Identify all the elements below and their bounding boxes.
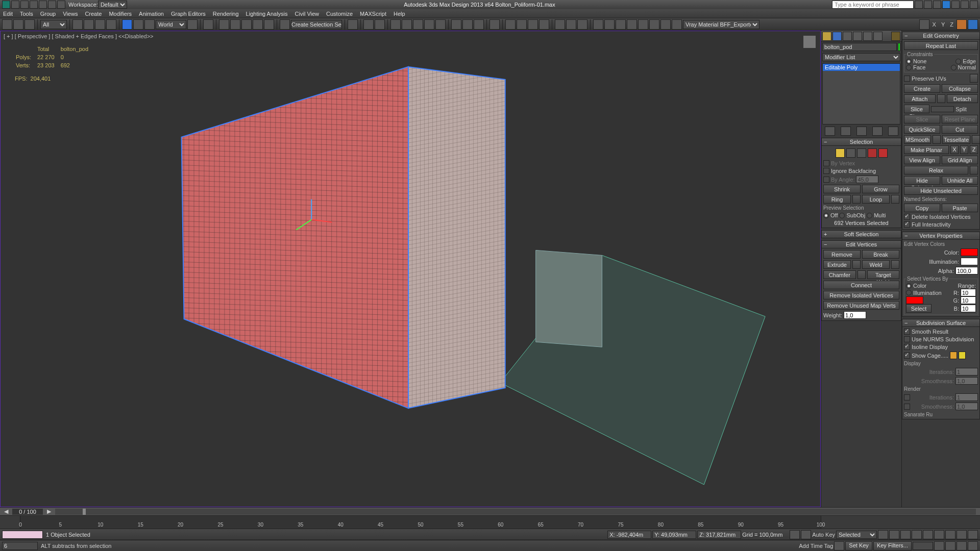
nav-region-zoom-icon[interactable] <box>957 541 967 550</box>
exchange-icon[interactable] <box>933 1 941 9</box>
schematic-view-icon[interactable] <box>424 19 434 30</box>
msmooth-button[interactable]: MSmooth <box>904 135 931 144</box>
tessellate-button[interactable]: Tessellate <box>942 135 970 144</box>
constraint-none-radio[interactable] <box>906 59 912 64</box>
goto-start-icon[interactable] <box>878 530 888 539</box>
full-interactivity-check[interactable] <box>904 221 910 228</box>
link-icon[interactable] <box>57 1 65 9</box>
render-iter-check[interactable] <box>904 394 910 400</box>
show-end-result-icon[interactable] <box>841 127 851 136</box>
shrink-button[interactable]: Shrink <box>823 185 861 193</box>
custom-tool-7-icon[interactable] <box>566 19 576 30</box>
time-tag-icon[interactable] <box>834 541 844 550</box>
percent-snap-icon[interactable] <box>253 19 263 30</box>
new-icon[interactable] <box>11 1 19 9</box>
break-button[interactable]: Break <box>862 250 899 259</box>
nav-fov-icon[interactable] <box>968 530 978 539</box>
select-rotate-icon[interactable] <box>133 19 143 30</box>
ring-button[interactable]: Ring <box>823 195 851 204</box>
axis-all-icon[interactable] <box>968 19 978 30</box>
tab-hierarchy[interactable] <box>843 32 852 41</box>
select-link-icon[interactable] <box>2 19 12 30</box>
subobj-element-icon[interactable] <box>878 148 888 158</box>
ref-coord-system[interactable]: World <box>156 20 186 29</box>
msmooth-settings-icon[interactable] <box>933 135 941 144</box>
weight-spinner[interactable] <box>844 311 866 319</box>
undo-icon[interactable] <box>39 1 47 9</box>
preview-off-radio[interactable] <box>823 213 829 218</box>
range-g-spinner[interactable] <box>961 296 976 304</box>
tessellate-settings-icon[interactable] <box>972 135 980 144</box>
pin-stack-icon[interactable] <box>825 127 835 136</box>
make-unique-icon[interactable] <box>856 127 867 136</box>
vray-tool-6-icon[interactable] <box>649 19 659 30</box>
split-check[interactable] <box>931 106 954 112</box>
render-setup-icon[interactable] <box>451 19 461 30</box>
repeat-last-button[interactable]: Repeat Last <box>904 41 978 50</box>
attach-list-icon[interactable] <box>937 94 945 103</box>
curve-editor-icon[interactable] <box>413 19 423 30</box>
vray-tool-8-icon[interactable] <box>672 19 682 30</box>
tab-configure-icon[interactable] <box>891 32 900 41</box>
custom-tool-1-icon[interactable] <box>489 19 500 30</box>
frame-indicator[interactable]: 0 / 100 <box>12 509 43 515</box>
minimize-icon[interactable] <box>951 1 960 9</box>
menu-help[interactable]: Help <box>394 11 405 17</box>
tab-display[interactable] <box>863 32 872 41</box>
menu-customize[interactable]: Customize <box>326 11 353 17</box>
vray-tool-7-icon[interactable] <box>660 19 671 30</box>
ring-spinner[interactable] <box>852 195 861 204</box>
window-crossing-icon[interactable] <box>106 19 116 30</box>
configure-sets-icon[interactable] <box>888 127 898 136</box>
select-scale-icon[interactable] <box>144 19 155 30</box>
modifier-stack[interactable]: Editable Poly <box>822 63 900 124</box>
tab-modify[interactable] <box>832 32 842 41</box>
select-manipulate-icon[interactable] <box>203 19 213 30</box>
vray-material-combo[interactable]: Vray Material BFF_Exporter <box>683 20 760 29</box>
rendered-frame-icon[interactable] <box>462 19 473 30</box>
goto-end-icon[interactable] <box>923 530 933 539</box>
weld-settings-icon[interactable] <box>891 260 899 269</box>
attach-button[interactable]: Attach <box>904 94 936 103</box>
copy-named-sel-button[interactable]: Copy <box>904 204 940 212</box>
relax-button[interactable]: Relax <box>904 166 968 174</box>
quick-align-icon[interactable] <box>375 19 385 30</box>
object-color-swatch[interactable] <box>898 43 900 51</box>
planar-x-button[interactable]: X <box>950 145 959 154</box>
pivot-icon[interactable] <box>187 19 198 30</box>
loop-spinner[interactable] <box>891 195 899 204</box>
time-slider[interactable]: ◀ 0 / 100 ▶ <box>0 507 980 515</box>
subobj-polygon-icon[interactable] <box>868 148 877 158</box>
vray-tool-4-icon[interactable] <box>627 19 637 30</box>
cut-button[interactable]: Cut <box>942 125 978 134</box>
vertex-illum-swatch[interactable] <box>961 258 978 265</box>
vray-tool-5-icon[interactable] <box>638 19 648 30</box>
select-move-icon[interactable] <box>122 19 132 30</box>
select-by-illum-radio[interactable] <box>906 290 912 295</box>
save-icon[interactable] <box>30 1 38 9</box>
vray-tool-2-icon[interactable] <box>604 19 615 30</box>
rect-region-icon[interactable] <box>95 19 105 30</box>
range-r-spinner[interactable] <box>961 289 976 296</box>
custom-tool-3-icon[interactable] <box>517 19 527 30</box>
subobj-edge-icon[interactable] <box>846 148 855 158</box>
object-name-field[interactable] <box>822 43 897 51</box>
app-icon[interactable] <box>2 1 10 9</box>
workspace-select[interactable]: Default <box>98 1 127 9</box>
menu-civil-view[interactable]: Civil View <box>295 11 319 17</box>
custom-tool-4-icon[interactable] <box>528 19 538 30</box>
tab-create[interactable] <box>822 32 831 41</box>
help-icon[interactable] <box>942 1 950 9</box>
smooth-result-check[interactable] <box>904 329 910 335</box>
preserve-uvs-settings-icon[interactable] <box>970 74 978 83</box>
collapse-button[interactable]: Collapse <box>942 84 978 93</box>
loop-button[interactable]: Loop <box>862 195 890 204</box>
render-production-icon[interactable] <box>474 19 484 30</box>
menu-lighting-analysis[interactable]: Lighting Analysis <box>246 11 288 17</box>
grid-align-button[interactable]: Grid Align <box>942 156 978 164</box>
graphite-icon[interactable] <box>402 19 412 30</box>
show-cage-check[interactable] <box>904 353 910 359</box>
axis-lock-icon[interactable] <box>919 19 929 30</box>
quickslice-button[interactable]: QuickSlice <box>904 125 940 134</box>
view-align-button[interactable]: View Align <box>904 156 940 164</box>
